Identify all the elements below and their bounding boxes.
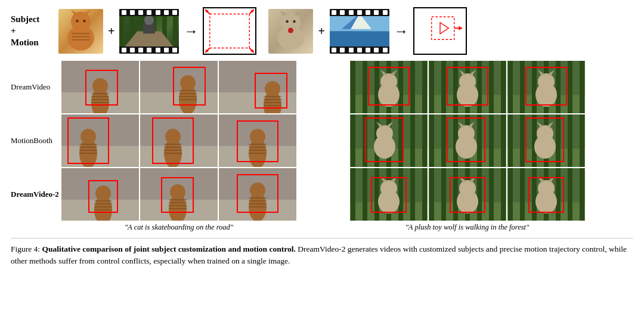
row-labels: DreamVideo MotionBooth DreamVideo-2 (11, 61, 61, 221)
mb-wolf-3 (507, 114, 585, 167)
subject-motion-label: Subject + Motion (11, 14, 58, 49)
mb-cat-3 (219, 114, 296, 167)
trajectory-box-1 (203, 7, 256, 55)
arrow-2: → (394, 23, 408, 39)
dv-cat-3 (219, 61, 296, 113)
dv2-cat-2 (140, 168, 218, 221)
mb-wolf-2 (429, 114, 506, 167)
dv-wolf-3 (507, 61, 585, 113)
dreamvideo2-cat-row (61, 168, 345, 221)
top-row: Subject + Motion + → (11, 7, 633, 55)
left-grid (61, 61, 345, 221)
figure-number: Figure 4: (11, 244, 40, 253)
dv-cat-1 (61, 61, 139, 113)
dreamvideo2-wolf-row (350, 168, 634, 221)
svg-rect-9 (432, 17, 454, 39)
motionbooth-cat-row (61, 114, 345, 167)
label-dreamvideo: DreamVideo (11, 61, 61, 113)
dv2-wolf-1 (350, 168, 428, 221)
motionbooth-wolf-row (350, 114, 634, 167)
mb-wolf-1 (350, 114, 428, 167)
dv2-wolf-3 (507, 168, 585, 221)
page: Subject + Motion + → (0, 0, 644, 274)
dv-cat-2 (140, 61, 218, 113)
svg-rect-0 (210, 14, 250, 48)
dv2-cat-3 (219, 168, 296, 221)
plus-1: + (108, 24, 114, 38)
example-1-group: + → (58, 7, 256, 55)
label-motionbooth: MotionBooth (11, 114, 61, 167)
motion-video-2 (330, 9, 389, 54)
motion-video-1 (119, 9, 179, 54)
trajectory-box-2 (413, 7, 467, 55)
captions-row: "A cat is skateboarding on the road" "A … (61, 223, 633, 232)
dreamvideo-wolf-row (350, 61, 634, 113)
plus-2: + (318, 24, 324, 38)
svg-marker-12 (440, 23, 448, 34)
figure-caption: Figure 4: Qualitative comparison of join… (11, 238, 633, 268)
cat-subject-image (58, 9, 103, 54)
dv2-cat-1 (61, 168, 139, 221)
arrow-1: → (184, 23, 198, 39)
svg-marker-11 (459, 26, 462, 30)
dv-wolf-2 (429, 61, 506, 113)
caption-right: "A plush toy wolf is walking in the fore… (301, 223, 633, 232)
example-2-group: + → (268, 7, 466, 55)
label-dreamvideo2: DreamVideo-2 (11, 168, 61, 221)
caption-left: "A cat is skateboarding on the road" (61, 223, 296, 232)
mb-cat-2 (140, 114, 218, 167)
mb-cat-1 (61, 114, 139, 167)
dv2-wolf-2 (429, 168, 506, 221)
dv-wolf-1 (350, 61, 428, 113)
dreamvideo-cat-row (61, 61, 345, 113)
figure-bold-text: Qualitative comparison of joint subject … (40, 244, 296, 253)
right-grid (350, 61, 634, 221)
wolf-subject-image (268, 9, 313, 54)
